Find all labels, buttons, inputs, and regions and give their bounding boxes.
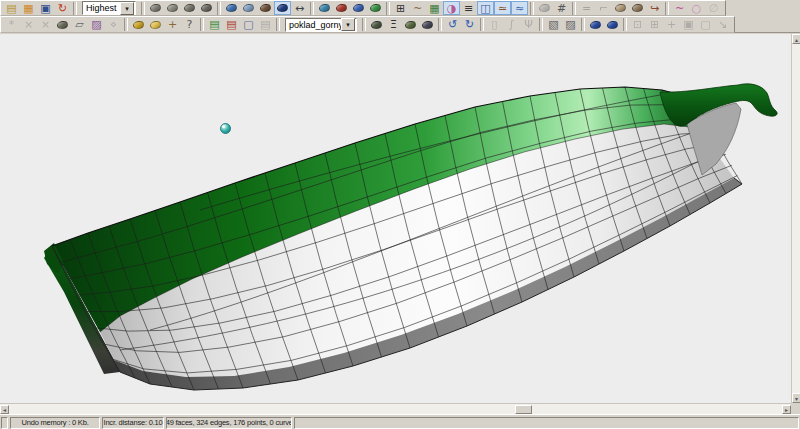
zoom-extents-button[interactable]: ⊡ bbox=[629, 18, 646, 32]
vertical-scrollbar[interactable]: ▴ ▾ bbox=[791, 34, 800, 403]
sections-button[interactable]: ◫ bbox=[477, 1, 494, 15]
surface-check-button[interactable] bbox=[536, 1, 553, 15]
hook-curve-button[interactable]: ↪ bbox=[646, 1, 663, 15]
section-tool-button[interactable]: Ξ bbox=[385, 18, 402, 32]
redo-button[interactable]: ↻ bbox=[461, 18, 478, 32]
chevron-down-icon[interactable]: ▾ bbox=[120, 2, 134, 15]
layer-remove-button[interactable]: ▤ bbox=[223, 18, 240, 32]
zoom-window-button[interactable]: ⊞ bbox=[646, 18, 663, 32]
lasso-select-button[interactable]: ▱ bbox=[71, 18, 88, 32]
layer-combo[interactable]: poklad_gorny▾ bbox=[285, 18, 357, 32]
scroll-up-icon[interactable]: ▴ bbox=[792, 34, 800, 44]
display-mode-3-button[interactable] bbox=[181, 1, 198, 15]
angle-button[interactable]: ⌐ bbox=[595, 1, 612, 15]
toolbar-separator bbox=[572, 2, 576, 15]
curve-edit-button[interactable]: ∫ bbox=[503, 18, 520, 32]
mirror-button[interactable]: ▧ bbox=[545, 18, 562, 32]
calc-button[interactable]: # bbox=[553, 1, 570, 15]
hull-view-brown-button[interactable] bbox=[257, 1, 274, 15]
chevron-down-icon[interactable]: ▾ bbox=[341, 18, 355, 31]
lock-button[interactable] bbox=[130, 18, 147, 32]
grid-button[interactable]: ⊞ bbox=[392, 1, 409, 15]
layer-lock-button[interactable]: ▤ bbox=[257, 18, 274, 32]
toolbar-separator bbox=[217, 2, 221, 15]
open-button[interactable]: ▦ bbox=[20, 1, 37, 15]
deck-tool-button[interactable] bbox=[402, 18, 419, 32]
waterlines-button[interactable]: ≃ bbox=[494, 1, 511, 15]
contour-lines-button[interactable]: ≡ bbox=[460, 1, 477, 15]
scrollbar-corner bbox=[791, 403, 800, 414]
zoom-in-button[interactable]: + bbox=[663, 18, 680, 32]
dimension-button[interactable]: = bbox=[578, 1, 595, 15]
plate-button[interactable] bbox=[629, 1, 646, 15]
hatch-button[interactable]: ▦ bbox=[426, 1, 443, 15]
hull-shade-1-button[interactable] bbox=[587, 18, 604, 32]
surface-tool-button[interactable] bbox=[54, 18, 71, 32]
point-marker-highlight bbox=[222, 125, 225, 128]
waterlines-icon: ≃ bbox=[498, 3, 507, 14]
viewport-3d[interactable] bbox=[0, 34, 791, 403]
circle-icon: ○ bbox=[692, 3, 702, 14]
layer-combo-value[interactable]: poklad_gorny bbox=[286, 20, 341, 30]
grid-icon: ⊞ bbox=[396, 3, 405, 14]
pan-lock-button[interactable]: + bbox=[164, 18, 181, 32]
box-tool-button[interactable]: ▯ bbox=[486, 18, 503, 32]
ellipse-button[interactable]: ∅ bbox=[705, 1, 722, 15]
help-pointer-button[interactable]: ? bbox=[181, 18, 198, 32]
hull-view-teal-button[interactable] bbox=[316, 1, 333, 15]
pan-view-button[interactable]: ↘ bbox=[714, 18, 731, 32]
normals-button[interactable]: ◑ bbox=[443, 1, 460, 15]
fork-tool-button[interactable]: Ψ bbox=[520, 18, 537, 32]
image-button[interactable]: ▨ bbox=[88, 18, 105, 32]
patch-button[interactable] bbox=[612, 1, 629, 15]
reload-button[interactable]: ↻ bbox=[54, 1, 71, 15]
display-mode-3-icon bbox=[184, 3, 196, 12]
display-mode-2-button[interactable] bbox=[164, 1, 181, 15]
normals-icon: ◑ bbox=[447, 3, 457, 14]
hull-shade-2-button[interactable] bbox=[604, 18, 621, 32]
align-button[interactable]: ⋄ bbox=[105, 18, 122, 32]
curve-button[interactable]: ~ bbox=[409, 1, 426, 15]
toolbar-separator bbox=[73, 2, 77, 15]
undo-button[interactable]: ↺ bbox=[444, 18, 461, 32]
hull-view-red-button[interactable] bbox=[333, 1, 350, 15]
scroll-left-icon[interactable]: ◂ bbox=[0, 405, 9, 414]
export-tool-button[interactable] bbox=[419, 18, 436, 32]
horizontal-scroll-thumb[interactable] bbox=[515, 405, 532, 414]
pink-curve-button[interactable]: ~ bbox=[671, 1, 688, 15]
array-icon: ▨ bbox=[565, 19, 575, 30]
layer-panel-button[interactable]: ▢ bbox=[240, 18, 257, 32]
scroll-down-icon[interactable]: ▾ bbox=[792, 393, 800, 403]
unlock-button[interactable] bbox=[147, 18, 164, 32]
save-button[interactable]: ▣ bbox=[37, 1, 54, 15]
split-icon: × bbox=[24, 19, 33, 30]
diagonals-button[interactable]: ≈ bbox=[511, 1, 528, 15]
circle-button[interactable]: ○ bbox=[688, 1, 705, 15]
fork-tool-icon: Ψ bbox=[524, 19, 533, 30]
render-quality-combo[interactable]: Highest▾ bbox=[82, 1, 136, 15]
frame-tool-button[interactable] bbox=[368, 18, 385, 32]
zoom-selected-button[interactable]: ▣ bbox=[680, 18, 697, 32]
split-button[interactable]: × bbox=[20, 18, 37, 32]
scroll-right-icon[interactable]: ▸ bbox=[782, 405, 791, 414]
hull-view-royal-button[interactable] bbox=[350, 1, 367, 15]
delete-button[interactable]: × bbox=[37, 18, 54, 32]
horizontal-scrollbar[interactable]: ◂ ▸ bbox=[0, 403, 791, 414]
expand-view-button[interactable]: ↔ bbox=[291, 1, 308, 15]
hull-view-green-button[interactable] bbox=[367, 1, 384, 15]
snap-button[interactable]: * bbox=[3, 18, 20, 32]
zoom-out-button[interactable]: ▢ bbox=[697, 18, 714, 32]
point-marker[interactable] bbox=[221, 124, 231, 134]
render-quality-combo-value[interactable]: Highest bbox=[83, 3, 120, 13]
hull-view-blue-button[interactable] bbox=[223, 1, 240, 15]
display-mode-4-button[interactable] bbox=[198, 1, 215, 15]
hull-view-navy-button[interactable] bbox=[274, 1, 291, 15]
delete-icon: × bbox=[41, 19, 50, 30]
toolbar-separator bbox=[665, 2, 669, 15]
display-mode-1-button[interactable] bbox=[147, 1, 164, 15]
hull-view-steel-button[interactable] bbox=[240, 1, 257, 15]
toolbar-separator bbox=[200, 18, 204, 31]
layer-add-button[interactable]: ▤ bbox=[206, 18, 223, 32]
new-button[interactable]: ▤ bbox=[3, 1, 20, 15]
array-button[interactable]: ▨ bbox=[562, 18, 579, 32]
